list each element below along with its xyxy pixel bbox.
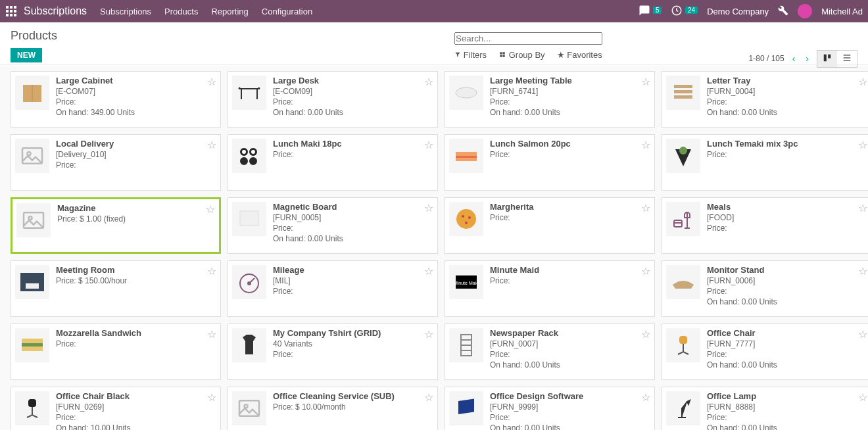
product-sku: [FOOD] (707, 213, 867, 222)
svg-point-34 (248, 282, 251, 285)
filters-button[interactable]: Filters (454, 50, 487, 60)
product-price: Price: (490, 350, 650, 359)
product-card[interactable]: Office Chair Black[FURN_0269]Price:On ha… (11, 387, 221, 430)
favorite-star-icon[interactable]: ☆ (858, 76, 867, 88)
company-name[interactable]: Demo Company (707, 7, 769, 16)
product-name: Office Lamp (707, 391, 867, 401)
product-card[interactable]: Magnetic Board[FURN_0005]Price:On hand: … (228, 197, 438, 254)
favorite-star-icon[interactable]: ☆ (424, 391, 433, 404)
product-card[interactable]: Large Desk[E-COM09]Price:On hand: 0.00 U… (228, 71, 438, 128)
settings-icon[interactable] (778, 5, 788, 18)
favorite-star-icon[interactable]: ☆ (858, 139, 867, 151)
product-price: Price: (273, 287, 433, 296)
product-card[interactable]: Lunch Salmon 20pcPrice: ☆ (445, 134, 655, 191)
product-card[interactable]: Meeting RoomPrice: $ 150.00/hour ☆ (11, 260, 221, 317)
product-onhand: On hand: 0.00 Units (707, 360, 867, 370)
favorite-star-icon[interactable]: ☆ (641, 328, 650, 341)
kanban-view-icon[interactable] (817, 51, 837, 67)
favorite-star-icon[interactable]: ☆ (641, 265, 650, 277)
product-price: Price: (490, 150, 650, 159)
groupby-button[interactable]: Group By (498, 50, 545, 60)
menu-reporting[interactable]: Reporting (211, 7, 248, 16)
product-card[interactable]: Office Lamp[FURN_8888]Price:On hand: 0.0… (662, 387, 868, 430)
favorite-star-icon[interactable]: ☆ (858, 202, 867, 214)
svg-rect-37 (22, 339, 43, 343)
product-card[interactable]: Minute Maid Minute MaidPrice: ☆ (445, 260, 655, 317)
app-brand[interactable]: Subscriptions (24, 5, 87, 17)
product-card[interactable]: Large Meeting Table[FURN_6741]Price:On h… (445, 71, 655, 128)
favorite-star-icon[interactable]: ☆ (207, 139, 216, 151)
product-card[interactable]: Letter Tray[FURN_0004]Price:On hand: 0.0… (662, 71, 868, 128)
product-card[interactable]: Office Design Software[FURN_9999]Price:O… (445, 387, 655, 430)
filters-label: Filters (464, 50, 487, 60)
favorite-star-icon[interactable]: ☆ (424, 328, 433, 341)
favorite-star-icon[interactable]: ☆ (207, 328, 216, 341)
product-thumbnail (449, 202, 483, 236)
apps-icon[interactable] (5, 5, 17, 17)
product-thumbnail (449, 76, 483, 110)
user-name[interactable]: Mitchell Ad (821, 7, 863, 16)
favorite-star-icon[interactable]: ☆ (641, 139, 650, 151)
favorite-star-icon[interactable]: ☆ (424, 76, 433, 88)
product-thumbnail (232, 202, 266, 236)
product-card[interactable]: Monitor Stand[FURN_0006]Price:On hand: 0… (662, 260, 868, 317)
favorite-star-icon[interactable]: ☆ (424, 139, 433, 151)
favorites-button[interactable]: ★ Favorites (557, 50, 602, 60)
list-view-icon[interactable] (837, 51, 857, 67)
product-card[interactable]: Local Delivery[Delivery_010]Price: ☆ (11, 134, 221, 191)
menu-configuration[interactable]: Configuration (262, 7, 312, 16)
product-card[interactable]: MagazinePrice: $ 1.00 (fixed) ☆ (11, 197, 221, 254)
product-onhand: On hand: 0.00 Units (707, 108, 867, 117)
favorite-star-icon[interactable]: ☆ (207, 76, 216, 88)
product-onhand: On hand: 0.00 Units (490, 108, 650, 117)
top-navbar: Subscriptions Subscriptions Products Rep… (0, 0, 868, 22)
product-card[interactable]: Office Cleaning Service (SUB)Price: $ 10… (228, 387, 438, 430)
product-price: Price: $ 150.00/hour (56, 276, 216, 285)
product-card[interactable]: Office Chair[FURN_7777]Price:On hand: 0.… (662, 323, 868, 380)
product-price: Price: (490, 413, 650, 422)
messages-icon[interactable]: 5 (639, 5, 662, 18)
product-card[interactable]: Lunch Maki 18pcPrice: ☆ (228, 134, 438, 191)
svg-rect-2 (828, 54, 831, 58)
user-avatar[interactable] (798, 4, 812, 18)
product-price: Price: $ 1.00 (fixed) (57, 214, 215, 224)
favorite-star-icon[interactable]: ☆ (858, 328, 867, 341)
product-card[interactable]: My Company Tshirt (GRID)40 VariantsPrice… (228, 323, 438, 380)
svg-point-26 (456, 209, 476, 229)
pager-prev-icon[interactable]: ‹ (790, 53, 798, 64)
favorite-star-icon[interactable]: ☆ (424, 202, 433, 214)
product-thumbnail (666, 265, 700, 299)
favorite-star-icon[interactable]: ☆ (206, 203, 215, 216)
product-card[interactable]: Lunch Temaki mix 3pcPrice: ☆ (662, 134, 868, 191)
favorite-star-icon[interactable]: ☆ (858, 265, 867, 277)
favorite-star-icon[interactable]: ☆ (424, 265, 433, 277)
product-thumbnail (15, 76, 49, 110)
product-card[interactable]: MargheritaPrice: ☆ (445, 197, 655, 254)
product-name: Lunch Salmon 20pc (490, 139, 650, 149)
product-name: Office Chair (707, 328, 867, 338)
favorite-star-icon[interactable]: ☆ (207, 265, 216, 277)
product-card[interactable]: Newspaper Rack[FURN_0007]Price:On hand: … (445, 323, 655, 380)
product-card[interactable]: Mozzarella SandwichPrice: ☆ (11, 323, 221, 380)
product-onhand: On hand: 0.00 Units (707, 297, 867, 306)
favorite-star-icon[interactable]: ☆ (641, 391, 650, 404)
product-onhand: On hand: 0.00 Units (273, 108, 433, 117)
product-sku: [FURN_9999] (490, 402, 650, 412)
new-button[interactable]: NEW (11, 48, 42, 62)
menu-subscriptions[interactable]: Subscriptions (100, 7, 151, 16)
favorite-star-icon[interactable]: ☆ (858, 391, 867, 404)
product-card[interactable]: Mileage[MIL]Price: ☆ (228, 260, 438, 317)
favorite-star-icon[interactable]: ☆ (641, 76, 650, 88)
favorite-star-icon[interactable]: ☆ (641, 202, 650, 214)
search-input[interactable] (454, 32, 602, 45)
favorite-star-icon[interactable]: ☆ (207, 391, 216, 404)
svg-rect-3 (844, 55, 851, 55)
product-price: Price: (707, 224, 867, 233)
activities-icon[interactable]: 24 (671, 5, 698, 18)
product-card[interactable]: Meals[FOOD]Price: ☆ (662, 197, 868, 254)
product-card[interactable]: Large Cabinet[E-COM07]Price:On hand: 349… (11, 71, 221, 128)
product-sku: [E-COM09] (273, 87, 433, 96)
menu-products[interactable]: Products (164, 7, 198, 16)
product-onhand: On hand: 10.00 Units (56, 423, 216, 430)
pager-next-icon[interactable]: › (803, 53, 811, 64)
